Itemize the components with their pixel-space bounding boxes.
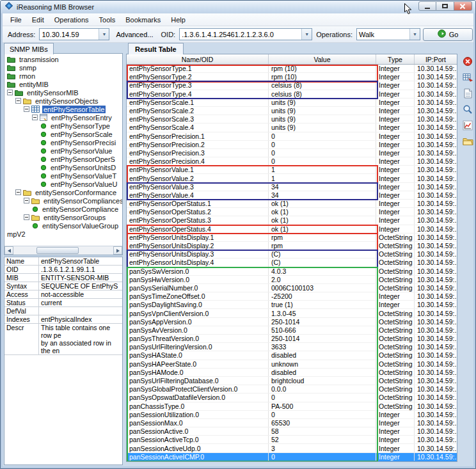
chevron-down-icon[interactable]: ▼: [409, 29, 420, 40]
result-row-entPhySensorOperStatus.3[interactable]: entPhySensorOperStatus.3ok (1)Integer10.…: [127, 216, 457, 225]
result-row-panSessionActiveTcp.0[interactable]: panSessionActiveTcp.052Integer10.30.14.5…: [127, 436, 457, 444]
result-row-entPhySensorPrecision.3[interactable]: entPhySensorPrecision.30Integer10.30.14.…: [127, 149, 457, 157]
zoom-icon[interactable]: [462, 104, 473, 115]
tree-item-entPhySensorTable[interactable]: entPhySensorTable: [4, 105, 122, 113]
tree-item-mpV2[interactable]: mpV2: [4, 230, 122, 238]
graph-icon[interactable]: [462, 120, 473, 131]
chevron-down-icon[interactable]: ▼: [301, 29, 312, 40]
collapse-icon[interactable]: [15, 189, 21, 195]
tree-item-entPhySensorValueU[interactable]: entPhySensorValueU: [4, 180, 122, 188]
scrollbar-track[interactable]: [13, 246, 113, 255]
export-icon[interactable]: [462, 72, 473, 83]
result-row-entPhySensorValue.4[interactable]: entPhySensorValue.434Integer10.30.14.59:…: [127, 191, 457, 200]
menu-tools[interactable]: Tools: [94, 15, 121, 25]
result-row-entPhySensorPrecision.4[interactable]: entPhySensorPrecision.40Integer10.30.14.…: [127, 157, 457, 166]
tree-item-entitySensorValueGroup[interactable]: entitySensorValueGroup: [4, 221, 122, 230]
result-row-panSessionActive.0[interactable]: panSessionActive.058Integer10.30.14.59:.…: [127, 427, 457, 436]
result-row-panSysUrlFilteringVersion.0[interactable]: panSysUrlFilteringVersion.03633OctetStri…: [127, 343, 457, 351]
tree-item-entitySensorMIB[interactable]: entitySensorMIB: [4, 88, 122, 97]
snmp-mibs-tab[interactable]: SNMP MIBs: [4, 43, 54, 54]
tree-item-entPhySensorValue[interactable]: entPhySensorValue: [4, 147, 122, 155]
tree-item-transmission[interactable]: transmission: [4, 55, 122, 63]
column-header-value[interactable]: Value: [269, 54, 376, 64]
tree-item-entitySensorConformance[interactable]: entitySensorConformance: [4, 188, 122, 196]
result-row-panSysSwVersion.0[interactable]: panSysSwVersion.04.0.3OctetString10.30.1…: [127, 267, 457, 276]
tree-item-entitySensorCompliance[interactable]: entitySensorCompliance: [4, 205, 122, 213]
tree-item-entPhySensorEntry[interactable]: entPhySensorEntry: [4, 113, 122, 122]
tree-item-snmp[interactable]: snmp: [4, 63, 122, 72]
result-table-tab[interactable]: Result Table: [128, 43, 184, 54]
result-row-panSessionMax.0[interactable]: panSessionMax.065530Integer10.30.14.59:.…: [127, 419, 457, 427]
go-button[interactable]: Go: [423, 28, 473, 41]
result-row-panSessionActiveUdp.0[interactable]: panSessionActiveUdp.03Integer10.30.14.59…: [127, 444, 457, 452]
result-row-panSessionActiveICMP.0[interactable]: panSessionActiveICMP.00Integer10.30.14.5…: [127, 453, 457, 461]
collapse-icon[interactable]: [24, 106, 29, 112]
scrollbar-thumb[interactable]: [36, 247, 79, 254]
result-row-entPhySensorType.3[interactable]: entPhySensorType.3celsius (8)Integer10.3…: [127, 81, 457, 90]
tree-item-entityMIB[interactable]: entityMIB: [4, 80, 122, 88]
result-row-entPhySensorScale.3[interactable]: entPhySensorScale.3units (9)Integer10.30…: [127, 115, 457, 123]
menu-file[interactable]: File: [5, 15, 27, 25]
tree-item-entPhySensorType[interactable]: entPhySensorType: [4, 122, 122, 130]
scroll-left-button[interactable]: [4, 246, 13, 255]
result-row-panSessionUtilization.0[interactable]: panSessionUtilization.00Integer10.30.14.…: [127, 411, 457, 419]
operations-combo[interactable]: Walk ▼: [356, 28, 420, 40]
result-row-entPhySensorValue.2[interactable]: entPhySensorValue.21Integer10.30.14.59:.…: [127, 174, 457, 182]
maximize-button[interactable]: [436, 1, 454, 11]
oid-combo[interactable]: .1.3.6.1.4.1.25461.2.1.2.3.6.0 ▼: [179, 28, 312, 40]
result-row-entPhySensorPrecision.1[interactable]: entPhySensorPrecision.10Integer10.30.14.…: [127, 132, 457, 141]
result-row-entPhySensorUnitsDisplay.1[interactable]: entPhySensorUnitsDisplay.1rpmOctetString…: [127, 234, 457, 242]
address-combo[interactable]: 10.30.14.59 ▼: [39, 28, 109, 40]
collapse-icon[interactable]: [24, 214, 29, 220]
result-row-panSysHAState.0[interactable]: panSysHAState.0disabledOctetString10.30.…: [127, 351, 457, 360]
result-row-panSysTimeZoneOffset.0[interactable]: panSysTimeZoneOffset.0-25200Integer10.30…: [127, 292, 457, 301]
result-row-entPhySensorType.4[interactable]: entPhySensorType.4celsius (8)Integer10.3…: [127, 90, 457, 99]
advanced-button[interactable]: Advanced...: [116, 31, 153, 38]
result-row-panSysSerialNumber.0[interactable]: panSysSerialNumber.00006C100103OctetStri…: [127, 284, 457, 292]
tree-item-entPhySensorUnitsD[interactable]: entPhySensorUnitsD: [4, 163, 122, 171]
open-folder-icon[interactable]: [462, 136, 473, 147]
result-row-panSysUrlFilteringDatabase.0[interactable]: panSysUrlFilteringDatabase.0brightcloudO…: [127, 377, 457, 385]
result-row-entPhySensorScale.4[interactable]: entPhySensorScale.4units (9)Integer10.30…: [127, 123, 457, 132]
menu-help[interactable]: Help: [166, 15, 191, 25]
menu-bookmarks[interactable]: Bookmarks: [120, 15, 166, 25]
result-row-entPhySensorUnitsDisplay.3[interactable]: entPhySensorUnitsDisplay.3(C)OctetString…: [127, 250, 457, 258]
result-row-panSysVpnClientVersion.0[interactable]: panSysVpnClientVersion.01.3.0-45OctetStr…: [127, 309, 457, 317]
collapse-icon[interactable]: [15, 98, 21, 104]
result-row-entPhySensorScale.1[interactable]: entPhySensorScale.1units (9)Integer10.30…: [127, 99, 457, 107]
tree-item-entitySensorCompliances[interactable]: entitySensorCompliances: [4, 196, 122, 205]
collapse-icon[interactable]: [7, 90, 13, 95]
tree-item-entPhySensorValueT[interactable]: entPhySensorValueT: [4, 171, 122, 180]
result-row-panSysOpswatDatafileVersion.0[interactable]: panSysOpswatDatafileVersion.00OctetStrin…: [127, 393, 457, 402]
chevron-down-icon[interactable]: ▼: [99, 29, 109, 40]
result-row-entPhySensorScale.2[interactable]: entPhySensorScale.2units (9)Integer10.30…: [127, 107, 457, 115]
result-row-panSysGlobalProtectClientVersion.0[interactable]: panSysGlobalProtectClientVersion.00.0.0O…: [127, 385, 457, 393]
result-row-panSysAvVersion.0[interactable]: panSysAvVersion.0510-666OctetString10.30…: [127, 326, 457, 335]
clear-icon[interactable]: [462, 56, 473, 67]
result-row-entPhySensorOperStatus.1[interactable]: entPhySensorOperStatus.1ok (1)Integer10.…: [127, 200, 457, 208]
result-row-panSysHAMode.0[interactable]: panSysHAMode.0disabledOctetString10.30.1…: [127, 369, 457, 377]
result-row-panSysAppVersion.0[interactable]: panSysAppVersion.0250-1014OctetString10.…: [127, 318, 457, 326]
tree-item-entitySensorObjects[interactable]: entitySensorObjects: [4, 97, 122, 105]
column-header-ip-port[interactable]: IP:Port: [415, 54, 457, 64]
result-row-entPhySensorUnitsDisplay.4[interactable]: entPhySensorUnitsDisplay.4(C)OctetString…: [127, 258, 457, 267]
result-row-entPhySensorType.1[interactable]: entPhySensorType.1rpm (10)Integer10.30.1…: [127, 65, 457, 73]
result-row-entPhySensorValue.1[interactable]: entPhySensorValue.11Integer10.30.14.59:.…: [127, 166, 457, 174]
result-row-entPhySensorOperStatus.4[interactable]: entPhySensorOperStatus.4ok (1)Integer10.…: [127, 225, 457, 234]
result-row-entPhySensorValue.3[interactable]: entPhySensorValue.334Integer10.30.14.59:…: [127, 183, 457, 191]
tree-item-entPhySensorScale[interactable]: entPhySensorScale: [4, 130, 122, 138]
result-row-panSysHAPeerState.0[interactable]: panSysHAPeerState.0unknownOctetString10.…: [127, 360, 457, 369]
tree-item-rmon[interactable]: rmon: [4, 72, 122, 80]
collapse-icon[interactable]: [32, 115, 38, 120]
result-row-panSysHwVersion.0[interactable]: panSysHwVersion.02.0OctetString10.30.14.…: [127, 276, 457, 284]
result-row-panSysDaylightSaving.0[interactable]: panSysDaylightSaving.0true (1)Integer10.…: [127, 301, 457, 309]
result-row-entPhySensorPrecision.2[interactable]: entPhySensorPrecision.20Integer10.30.14.…: [127, 141, 457, 149]
scroll-right-button[interactable]: [113, 246, 122, 255]
menu-edit[interactable]: Edit: [27, 15, 49, 25]
tree-item-entPhySensorOperS[interactable]: entPhySensorOperS: [4, 155, 122, 163]
minimize-button[interactable]: [418, 1, 436, 11]
result-row-panChassisType.0[interactable]: panChassisType.0PA-500OctetString10.30.1…: [127, 402, 457, 411]
column-header-name-oid[interactable]: Name/OID: [127, 54, 269, 64]
result-row-entPhySensorOperStatus.2[interactable]: entPhySensorOperStatus.2ok (1)Integer10.…: [127, 208, 457, 216]
tree-item-entPhySensorPrecisi[interactable]: entPhySensorPrecisi: [4, 138, 122, 147]
